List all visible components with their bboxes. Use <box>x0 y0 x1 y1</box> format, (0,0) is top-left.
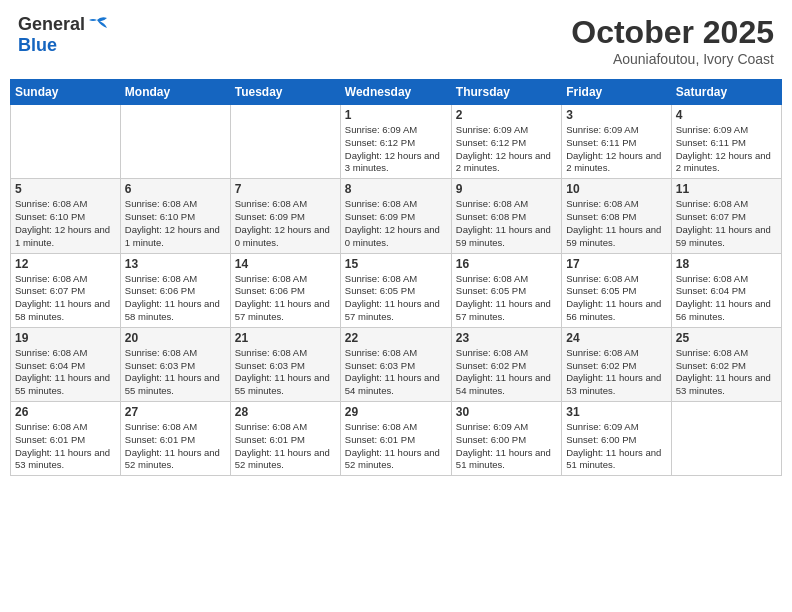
day-number: 24 <box>566 331 666 345</box>
calendar-cell: 8Sunrise: 6:08 AM Sunset: 6:09 PM Daylig… <box>340 179 451 253</box>
calendar-cell: 11Sunrise: 6:08 AM Sunset: 6:07 PM Dayli… <box>671 179 781 253</box>
calendar-cell: 6Sunrise: 6:08 AM Sunset: 6:10 PM Daylig… <box>120 179 230 253</box>
day-info: Sunrise: 6:09 AM Sunset: 6:00 PM Dayligh… <box>566 421 666 472</box>
day-number: 21 <box>235 331 336 345</box>
calendar-cell: 12Sunrise: 6:08 AM Sunset: 6:07 PM Dayli… <box>11 253 121 327</box>
weekday-header-wednesday: Wednesday <box>340 80 451 105</box>
calendar-cell: 1Sunrise: 6:09 AM Sunset: 6:12 PM Daylig… <box>340 105 451 179</box>
logo-blue: Blue <box>18 35 57 55</box>
day-info: Sunrise: 6:09 AM Sunset: 6:11 PM Dayligh… <box>566 124 666 175</box>
calendar-cell: 14Sunrise: 6:08 AM Sunset: 6:06 PM Dayli… <box>230 253 340 327</box>
logo: General Blue <box>18 14 109 56</box>
weekday-header-tuesday: Tuesday <box>230 80 340 105</box>
calendar-cell: 30Sunrise: 6:09 AM Sunset: 6:00 PM Dayli… <box>451 402 561 476</box>
day-info: Sunrise: 6:08 AM Sunset: 6:05 PM Dayligh… <box>456 273 557 324</box>
calendar-cell: 26Sunrise: 6:08 AM Sunset: 6:01 PM Dayli… <box>11 402 121 476</box>
day-number: 7 <box>235 182 336 196</box>
day-number: 13 <box>125 257 226 271</box>
weekday-header-saturday: Saturday <box>671 80 781 105</box>
day-info: Sunrise: 6:09 AM Sunset: 6:11 PM Dayligh… <box>676 124 777 175</box>
day-number: 28 <box>235 405 336 419</box>
weekday-header-thursday: Thursday <box>451 80 561 105</box>
day-number: 23 <box>456 331 557 345</box>
day-info: Sunrise: 6:08 AM Sunset: 6:05 PM Dayligh… <box>566 273 666 324</box>
calendar-week-2: 5Sunrise: 6:08 AM Sunset: 6:10 PM Daylig… <box>11 179 782 253</box>
day-info: Sunrise: 6:08 AM Sunset: 6:02 PM Dayligh… <box>566 347 666 398</box>
calendar-cell: 27Sunrise: 6:08 AM Sunset: 6:01 PM Dayli… <box>120 402 230 476</box>
day-number: 5 <box>15 182 116 196</box>
calendar-cell <box>230 105 340 179</box>
calendar-cell <box>120 105 230 179</box>
calendar-cell: 19Sunrise: 6:08 AM Sunset: 6:04 PM Dayli… <box>11 327 121 401</box>
day-info: Sunrise: 6:08 AM Sunset: 6:10 PM Dayligh… <box>125 198 226 249</box>
calendar-cell: 31Sunrise: 6:09 AM Sunset: 6:00 PM Dayli… <box>562 402 671 476</box>
day-number: 29 <box>345 405 447 419</box>
day-number: 19 <box>15 331 116 345</box>
day-info: Sunrise: 6:08 AM Sunset: 6:10 PM Dayligh… <box>15 198 116 249</box>
day-info: Sunrise: 6:08 AM Sunset: 6:01 PM Dayligh… <box>345 421 447 472</box>
calendar-cell: 18Sunrise: 6:08 AM Sunset: 6:04 PM Dayli… <box>671 253 781 327</box>
calendar-cell: 7Sunrise: 6:08 AM Sunset: 6:09 PM Daylig… <box>230 179 340 253</box>
location-subtitle: Aouniafoutou, Ivory Coast <box>571 51 774 67</box>
day-info: Sunrise: 6:08 AM Sunset: 6:07 PM Dayligh… <box>15 273 116 324</box>
day-info: Sunrise: 6:08 AM Sunset: 6:03 PM Dayligh… <box>345 347 447 398</box>
day-number: 16 <box>456 257 557 271</box>
calendar-table: SundayMondayTuesdayWednesdayThursdayFrid… <box>10 79 782 476</box>
calendar-cell: 15Sunrise: 6:08 AM Sunset: 6:05 PM Dayli… <box>340 253 451 327</box>
calendar-cell: 21Sunrise: 6:08 AM Sunset: 6:03 PM Dayli… <box>230 327 340 401</box>
day-info: Sunrise: 6:08 AM Sunset: 6:02 PM Dayligh… <box>456 347 557 398</box>
calendar-cell: 4Sunrise: 6:09 AM Sunset: 6:11 PM Daylig… <box>671 105 781 179</box>
calendar-cell: 5Sunrise: 6:08 AM Sunset: 6:10 PM Daylig… <box>11 179 121 253</box>
day-info: Sunrise: 6:08 AM Sunset: 6:07 PM Dayligh… <box>676 198 777 249</box>
day-number: 22 <box>345 331 447 345</box>
day-info: Sunrise: 6:08 AM Sunset: 6:01 PM Dayligh… <box>15 421 116 472</box>
calendar-week-1: 1Sunrise: 6:09 AM Sunset: 6:12 PM Daylig… <box>11 105 782 179</box>
logo-general: General <box>18 14 85 35</box>
day-info: Sunrise: 6:09 AM Sunset: 6:12 PM Dayligh… <box>456 124 557 175</box>
day-info: Sunrise: 6:08 AM Sunset: 6:02 PM Dayligh… <box>676 347 777 398</box>
day-info: Sunrise: 6:08 AM Sunset: 6:03 PM Dayligh… <box>125 347 226 398</box>
day-number: 9 <box>456 182 557 196</box>
page-header: General Blue October 2025 Aouniafoutou, … <box>10 10 782 71</box>
calendar-week-5: 26Sunrise: 6:08 AM Sunset: 6:01 PM Dayli… <box>11 402 782 476</box>
day-number: 4 <box>676 108 777 122</box>
calendar-cell <box>11 105 121 179</box>
calendar-cell: 13Sunrise: 6:08 AM Sunset: 6:06 PM Dayli… <box>120 253 230 327</box>
day-number: 27 <box>125 405 226 419</box>
calendar-cell: 20Sunrise: 6:08 AM Sunset: 6:03 PM Dayli… <box>120 327 230 401</box>
calendar-cell: 28Sunrise: 6:08 AM Sunset: 6:01 PM Dayli… <box>230 402 340 476</box>
day-info: Sunrise: 6:08 AM Sunset: 6:09 PM Dayligh… <box>235 198 336 249</box>
day-number: 15 <box>345 257 447 271</box>
calendar-cell: 10Sunrise: 6:08 AM Sunset: 6:08 PM Dayli… <box>562 179 671 253</box>
day-info: Sunrise: 6:08 AM Sunset: 6:09 PM Dayligh… <box>345 198 447 249</box>
day-number: 26 <box>15 405 116 419</box>
day-number: 1 <box>345 108 447 122</box>
day-number: 20 <box>125 331 226 345</box>
day-number: 12 <box>15 257 116 271</box>
day-info: Sunrise: 6:08 AM Sunset: 6:01 PM Dayligh… <box>125 421 226 472</box>
weekday-header-friday: Friday <box>562 80 671 105</box>
day-info: Sunrise: 6:08 AM Sunset: 6:01 PM Dayligh… <box>235 421 336 472</box>
calendar-cell: 29Sunrise: 6:08 AM Sunset: 6:01 PM Dayli… <box>340 402 451 476</box>
calendar-cell <box>671 402 781 476</box>
day-number: 14 <box>235 257 336 271</box>
day-number: 30 <box>456 405 557 419</box>
day-info: Sunrise: 6:09 AM Sunset: 6:00 PM Dayligh… <box>456 421 557 472</box>
day-number: 31 <box>566 405 666 419</box>
month-title: October 2025 <box>571 14 774 51</box>
day-info: Sunrise: 6:08 AM Sunset: 6:06 PM Dayligh… <box>125 273 226 324</box>
calendar-cell: 25Sunrise: 6:08 AM Sunset: 6:02 PM Dayli… <box>671 327 781 401</box>
weekday-header-monday: Monday <box>120 80 230 105</box>
day-number: 10 <box>566 182 666 196</box>
day-number: 25 <box>676 331 777 345</box>
calendar-header-row: SundayMondayTuesdayWednesdayThursdayFrid… <box>11 80 782 105</box>
calendar-week-4: 19Sunrise: 6:08 AM Sunset: 6:04 PM Dayli… <box>11 327 782 401</box>
day-info: Sunrise: 6:08 AM Sunset: 6:03 PM Dayligh… <box>235 347 336 398</box>
calendar-cell: 23Sunrise: 6:08 AM Sunset: 6:02 PM Dayli… <box>451 327 561 401</box>
calendar-cell: 22Sunrise: 6:08 AM Sunset: 6:03 PM Dayli… <box>340 327 451 401</box>
calendar-cell: 2Sunrise: 6:09 AM Sunset: 6:12 PM Daylig… <box>451 105 561 179</box>
day-info: Sunrise: 6:09 AM Sunset: 6:12 PM Dayligh… <box>345 124 447 175</box>
calendar-cell: 17Sunrise: 6:08 AM Sunset: 6:05 PM Dayli… <box>562 253 671 327</box>
day-number: 8 <box>345 182 447 196</box>
day-info: Sunrise: 6:08 AM Sunset: 6:04 PM Dayligh… <box>15 347 116 398</box>
